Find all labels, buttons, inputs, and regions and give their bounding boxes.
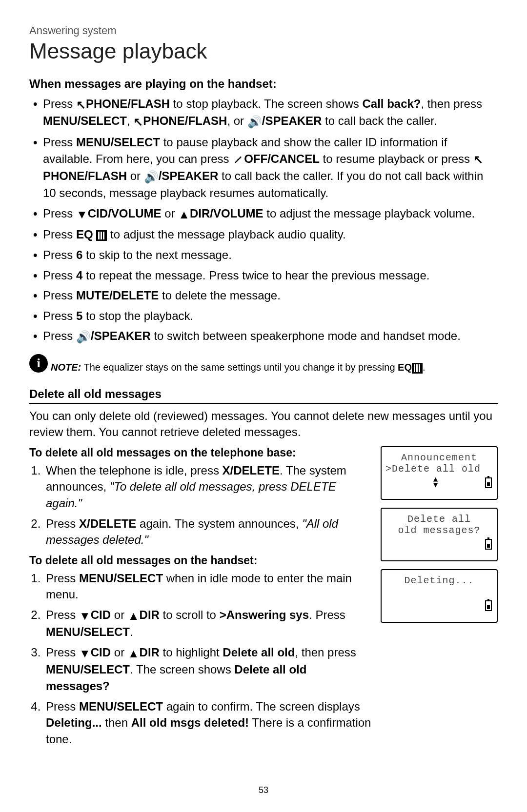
bullet-item: Press MENU/SELECT to pause playback and … xyxy=(29,134,498,201)
lcd-line: old messages? xyxy=(385,525,493,536)
delete-handset-list: Press MENU/SELECT when in idle mode to e… xyxy=(29,570,373,748)
battery-icon xyxy=(485,477,492,488)
playing-heading: When messages are playing on the handset… xyxy=(29,77,498,91)
list-item: Press CID or DIR to highlight Delete all… xyxy=(44,644,373,694)
lcd-screen-1: Announcement >Delete all old ▲▼ xyxy=(381,446,498,500)
lcd-screen-2: Delete all old messages? xyxy=(381,508,498,561)
bullet-item: Press 4 to repeat the message. Press twi… xyxy=(29,267,498,284)
page-number: 53 xyxy=(0,785,527,795)
list-item: Press MENU/SELECT again to confirm. The … xyxy=(44,698,373,748)
off-icon xyxy=(232,151,244,168)
note-text: NOTE: The equalizer stays on the same se… xyxy=(51,354,426,374)
note-row: i NOTE: The equalizer stays on the same … xyxy=(29,354,498,374)
eq-icon xyxy=(96,230,107,241)
bullet-item: Press EQ to adjust the message playback … xyxy=(29,226,498,243)
page-title: Message playback xyxy=(29,39,498,63)
delete-base-heading: To delete all old messages on the teleph… xyxy=(29,446,373,459)
bullet-item: Press CID/VOLUME or DIR/VOLUME to adjust… xyxy=(29,205,498,222)
delete-base-list: When the telephone is idle, press X/DELE… xyxy=(29,462,373,548)
lcd-line: >Delete all old xyxy=(385,463,493,475)
updown-arrows-icon: ▲▼ xyxy=(433,477,439,488)
bullet-item: Press /SPEAKER to switch between speaker… xyxy=(29,328,498,345)
list-item: Press MENU/SELECT when in idle mode to e… xyxy=(44,570,373,603)
phone-icon xyxy=(133,114,143,130)
list-item: Press CID or DIR to scroll to >Answering… xyxy=(44,607,373,640)
battery-icon xyxy=(485,539,492,550)
down-triangle-icon xyxy=(76,206,88,223)
down-triangle-icon xyxy=(79,645,91,662)
section-label: Answering system xyxy=(29,24,498,37)
battery-icon xyxy=(485,600,492,611)
lcd-screen-3: Deleting... xyxy=(381,569,498,623)
delete-handset-heading: To delete all old messages on the handse… xyxy=(29,554,373,567)
lcd-line: Deleting... xyxy=(385,575,493,586)
up-triangle-icon xyxy=(178,206,190,223)
speaker-icon xyxy=(144,169,159,185)
info-icon: i xyxy=(29,354,48,373)
up-triangle-icon xyxy=(128,645,140,662)
phone-icon xyxy=(76,97,86,113)
delete-heading: Delete all old messages xyxy=(29,387,498,404)
up-triangle-icon xyxy=(128,608,140,624)
eq-icon xyxy=(412,363,423,374)
speaker-icon xyxy=(247,114,262,130)
list-item: Press X/DELETE again. The system announc… xyxy=(44,515,373,548)
phone-icon xyxy=(473,151,483,168)
bullet-item: Press PHONE/FLASH to stop playback. The … xyxy=(29,96,498,130)
lcd-line: Delete all xyxy=(385,514,493,525)
playing-bullets: Press PHONE/FLASH to stop playback. The … xyxy=(29,96,498,345)
down-triangle-icon xyxy=(79,608,91,624)
speaker-icon xyxy=(76,329,91,345)
bullet-item: Press 6 to skip to the next message. xyxy=(29,247,498,263)
bullet-item: Press 5 to stop the playback. xyxy=(29,308,498,324)
list-item: When the telephone is idle, press X/DELE… xyxy=(44,462,373,512)
delete-intro: You can only delete old (reviewed) messa… xyxy=(29,408,498,440)
lcd-line: Announcement xyxy=(385,452,493,463)
bullet-item: Press MUTE/DELETE to delete the message. xyxy=(29,287,498,304)
